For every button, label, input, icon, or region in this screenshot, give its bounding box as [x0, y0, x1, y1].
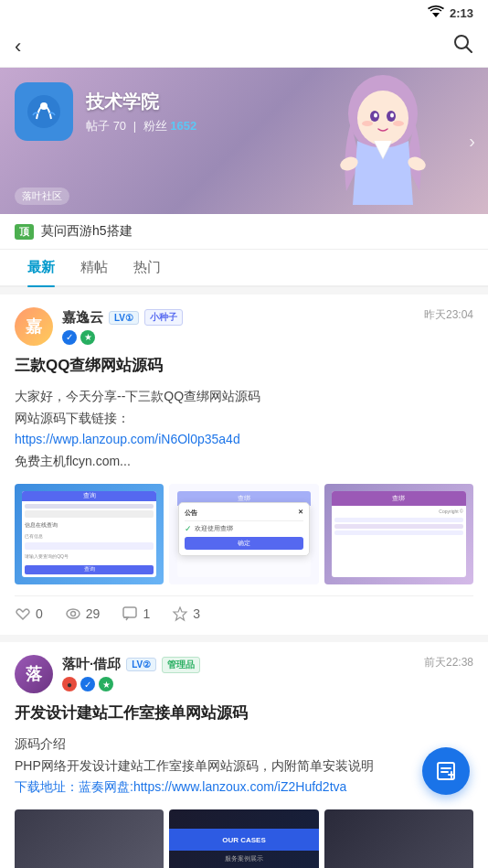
svg-rect-17: [123, 607, 136, 617]
community-name: 技术学院: [86, 90, 196, 114]
tab-hot[interactable]: 热门: [121, 250, 174, 285]
search-button[interactable]: [453, 34, 473, 59]
tab-featured[interactable]: 精帖: [68, 250, 121, 285]
cases-header: OUR CASES: [169, 829, 318, 851]
star2-icon: ★: [99, 677, 113, 691]
post-title: 三款QQ查绑网站源码: [15, 355, 473, 377]
view-count: 29: [86, 606, 101, 621]
banner-decoration: [305, 72, 461, 214]
tab-latest[interactable]: 最新: [15, 250, 68, 285]
status-bar: 2:13: [0, 0, 488, 27]
svg-point-9: [362, 121, 373, 126]
author2-name-row: 落叶·借邱 LV② 管理品: [62, 656, 200, 673]
post-body: 大家好，今天分享--下三款QQ查绑网站源码 网站源码下载链接： https://…: [15, 386, 473, 473]
image-thumb-1[interactable]: 查询 信息在线查询 已有信息 请输入要查询的QQ号 查询: [15, 484, 164, 584]
post-author: 嘉 嘉逸云 LV① 小种子 ✓ ★: [15, 307, 183, 346]
post2-author: 落 落叶·借邱 LV② 管理品 ● ✓ ★: [15, 655, 200, 693]
banner-tag: 落叶社区: [15, 188, 69, 205]
nav-bar: ‹: [0, 27, 488, 68]
verified2-icon: ✓: [80, 677, 95, 691]
post2-thumb-1[interactable]: [15, 809, 164, 868]
svg-point-14: [40, 102, 48, 110]
author2-name: 落叶·借邱: [62, 656, 121, 673]
svg-point-13: [27, 95, 60, 128]
author-info: 嘉逸云 LV① 小种子 ✓ ★: [62, 309, 183, 345]
image-gallery: 查询 信息在线查询 已有信息 请输入要查询的QQ号 查询 查绑: [15, 484, 473, 584]
author-name-row: 嘉逸云 LV① 小种子: [62, 309, 183, 327]
post2-thumb-2[interactable]: OUR CASES 服务案例展示: [169, 809, 318, 868]
svg-point-8: [390, 113, 394, 118]
post2-header: 落 落叶·借邱 LV② 管理品 ● ✓ ★ 前天22:38: [15, 655, 473, 693]
like-count: 0: [36, 606, 43, 621]
compose-button[interactable]: [422, 747, 470, 795]
view-action: 29: [65, 605, 101, 622]
community-banner: 技术学院 帖子 70 | 粉丝 1652 落叶社区 ›: [0, 68, 488, 214]
image-thumb-2[interactable]: 查绑 公告 ✕ ✓ 欢迎使用查绑 确定: [169, 484, 318, 584]
like-action[interactable]: 0: [15, 605, 43, 622]
pinned-text: 莫问西游h5搭建: [41, 223, 133, 240]
author-badge-lv: LV①: [109, 311, 139, 325]
post-header: 嘉 嘉逸云 LV① 小种子 ✓ ★ 昨天23:04: [15, 307, 473, 346]
community-avatar: [15, 82, 73, 141]
svg-marker-0: [432, 13, 440, 17]
post2-time: 前天22:38: [424, 655, 473, 670]
comment-action[interactable]: 1: [122, 605, 150, 622]
svg-line-2: [467, 48, 472, 53]
author2-badge-lv: LV②: [126, 658, 156, 671]
post-time: 昨天23:04: [424, 307, 473, 323]
post-footer: 0 29 1 3: [15, 595, 473, 622]
svg-point-10: [393, 121, 404, 126]
author-icons: ✓ ★: [62, 330, 183, 345]
wifi-icon: [428, 5, 444, 21]
star-count: 3: [193, 606, 200, 621]
star-action[interactable]: 3: [172, 605, 200, 622]
post2-image-gallery: OUR CASES 服务案例展示: [15, 809, 473, 868]
post2-body: 源码介绍 PHP网络开发设计建站工作室接单网站源码，内附简单安装说明 下载地址：…: [15, 734, 473, 798]
comment-count: 1: [143, 606, 150, 621]
author-name: 嘉逸云: [62, 309, 103, 327]
image-thumb-3[interactable]: 查绑 Copyright ©: [324, 484, 473, 584]
svg-point-16: [70, 611, 75, 616]
svg-point-4: [357, 91, 408, 145]
banner-arrow-icon[interactable]: ›: [469, 131, 475, 152]
pin-badge: 顶: [15, 224, 34, 240]
red-dot-icon: ●: [62, 677, 77, 691]
time-display: 2:13: [450, 6, 473, 20]
star-icon: ★: [80, 330, 95, 345]
avatar-2: 落: [15, 655, 53, 693]
cases-sub: 服务案例展示: [225, 854, 263, 863]
tab-bar: 最新 精帖 热门: [0, 250, 488, 287]
author2-icons: ● ✓ ★: [62, 677, 200, 691]
avatar: 嘉: [15, 307, 53, 346]
author2-info: 落叶·借邱 LV② 管理品 ● ✓ ★: [62, 656, 200, 691]
post2-thumb-3[interactable]: [324, 809, 473, 868]
author-badge-title: 小种子: [144, 309, 183, 326]
banner-stats: 帖子 70 | 粉丝 1652: [86, 118, 196, 134]
author2-badge-title: 管理品: [162, 657, 200, 673]
post2-title: 开发设计建站工作室接单网站源码: [15, 702, 473, 724]
back-button[interactable]: ‹: [15, 35, 21, 59]
post-card-2: 落 落叶·借邱 LV② 管理品 ● ✓ ★ 前天22:38 开发设计建站工作室接…: [0, 642, 488, 868]
svg-point-7: [374, 113, 377, 118]
svg-point-15: [67, 609, 80, 618]
post-card: 嘉 嘉逸云 LV① 小种子 ✓ ★ 昨天23:04 三款QQ查绑网站源码 大家好…: [0, 295, 488, 635]
verified-icon: ✓: [62, 330, 77, 345]
banner-info: 技术学院 帖子 70 | 粉丝 1652: [86, 90, 196, 134]
banner-content: 技术学院 帖子 70 | 粉丝 1652: [15, 82, 196, 141]
pinned-notice[interactable]: 顶 莫问西游h5搭建: [0, 214, 488, 250]
svg-marker-18: [174, 607, 186, 620]
